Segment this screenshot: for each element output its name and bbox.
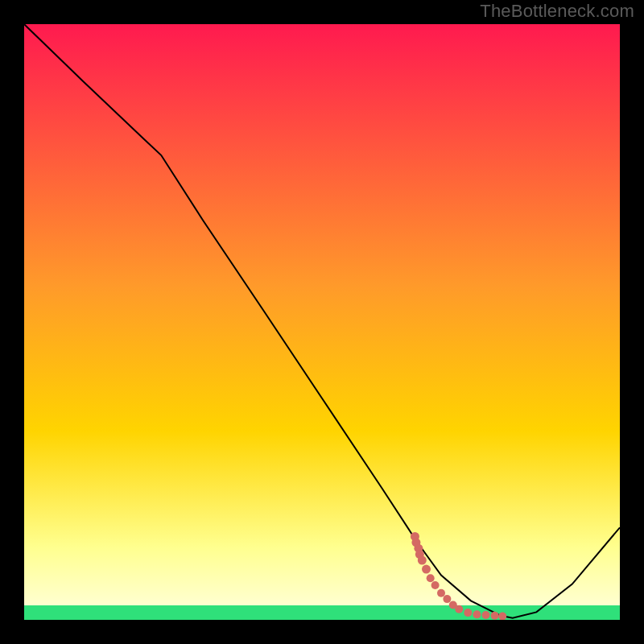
highlight-dot	[422, 565, 431, 574]
watermark-text: TheBottleneck.com	[480, 1, 634, 22]
highlight-dot	[455, 605, 463, 613]
highlight-dot	[491, 612, 499, 620]
highlight-dot	[427, 574, 435, 582]
highlight-dot	[418, 556, 427, 565]
chart-svg	[24, 24, 620, 620]
highlight-dot	[473, 610, 481, 618]
green-band	[24, 605, 620, 620]
highlight-dot	[437, 589, 445, 597]
highlight-dot	[482, 611, 490, 619]
highlight-dot	[443, 595, 451, 603]
plot-area	[24, 24, 620, 620]
highlight-dot	[464, 609, 472, 617]
highlight-dot	[431, 581, 440, 589]
chart-canvas: TheBottleneck.com	[0, 0, 644, 644]
